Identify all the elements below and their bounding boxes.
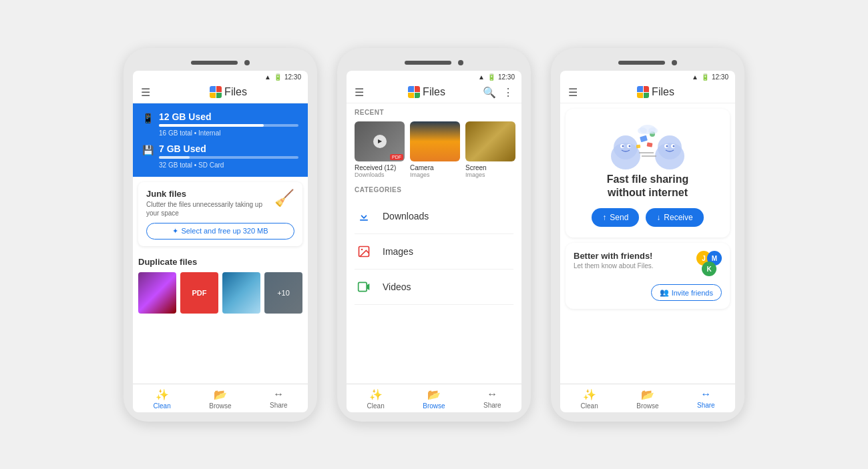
category-images[interactable]: Images bbox=[355, 234, 513, 270]
bottom-nav-2: ✨ Clean 📂 Browse ↔ Share bbox=[347, 384, 521, 412]
recent-item-camera[interactable]: Camera Images bbox=[410, 121, 460, 178]
phone-2-top-bar bbox=[347, 57, 521, 71]
menu-icon-3[interactable]: ☰ bbox=[568, 86, 578, 99]
nav-share-1[interactable]: ↔ Share bbox=[250, 388, 308, 410]
nav-clean-3[interactable]: ✨ Clean bbox=[560, 388, 618, 410]
clean-label-2: Clean bbox=[367, 402, 385, 410]
battery-icon-3: 🔋 bbox=[701, 73, 709, 81]
category-downloads[interactable]: Downloads bbox=[355, 199, 513, 234]
junk-text: Junk files Clutter the files unnecessari… bbox=[146, 189, 274, 217]
category-videos[interactable]: Videos bbox=[355, 270, 513, 305]
clean-icon-1: ✨ bbox=[156, 388, 169, 401]
browse-icon-2: 📂 bbox=[427, 388, 441, 401]
app-header-3: ☰ Files bbox=[560, 82, 735, 103]
nav-clean-1[interactable]: ✨ Clean bbox=[133, 388, 191, 410]
junk-title: Junk files bbox=[146, 189, 274, 199]
screen-thumb-img bbox=[465, 121, 515, 161]
sd-storage-detail: 32 GB total • SD Card bbox=[159, 161, 298, 169]
categories-section: CATEGORIES Downloads Images bbox=[347, 183, 521, 308]
screen-thumb bbox=[465, 121, 515, 161]
phone-3-speaker bbox=[618, 61, 665, 65]
search-icon[interactable]: 🔍 bbox=[483, 86, 496, 99]
thumb-grapes bbox=[138, 272, 176, 314]
invite-label: Invite friends bbox=[672, 289, 713, 297]
friends-title: Better with friends! bbox=[574, 251, 688, 261]
pdf-badge: PDF bbox=[390, 154, 403, 160]
battery-icon-2: 🔋 bbox=[487, 73, 495, 81]
phone-2-camera bbox=[458, 60, 463, 65]
more-icon[interactable]: ⋮ bbox=[503, 86, 513, 99]
app-logo-2: Files bbox=[371, 86, 483, 98]
app-title-1: Files bbox=[224, 86, 247, 98]
logo-yellow bbox=[210, 93, 216, 99]
screen-sub: Images bbox=[465, 171, 515, 178]
browse-label-1: Browse bbox=[209, 402, 231, 410]
duplicate-title: Duplicate files bbox=[138, 257, 302, 267]
logo-green-3 bbox=[644, 93, 650, 99]
internal-storage-title: 12 GB Used bbox=[159, 111, 298, 122]
recent-item-screen[interactable]: Screen Images bbox=[465, 121, 515, 178]
free-up-icon: ✦ bbox=[172, 227, 178, 236]
received-thumb: ▶ PDF bbox=[355, 121, 405, 161]
send-button[interactable]: ↑ Send bbox=[592, 208, 639, 227]
invite-friends-button[interactable]: 👥 Invite friends bbox=[651, 284, 722, 301]
ghosts-svg bbox=[604, 119, 691, 173]
svg-point-22 bbox=[638, 127, 647, 134]
internal-storage-info: 12 GB Used 16 GB total • Internal bbox=[159, 111, 298, 137]
svg-point-23 bbox=[648, 127, 658, 134]
avatar-green: K bbox=[702, 262, 716, 276]
app-title-2: Files bbox=[423, 86, 445, 98]
free-up-button[interactable]: ✦ Select and free up 320 MB bbox=[146, 223, 294, 240]
phone-storage-icon: 📱 bbox=[142, 113, 154, 123]
pdf-img: PDF bbox=[180, 272, 218, 314]
files-logo-3 bbox=[637, 86, 649, 98]
logo-blue-2 bbox=[408, 86, 414, 92]
nav-browse-1[interactable]: 📂 Browse bbox=[191, 388, 249, 410]
friends-desc: Let them know about Files. bbox=[574, 262, 688, 270]
categories-label: CATEGORIES bbox=[355, 186, 513, 193]
status-bar-3: ▲ 🔋 12:30 bbox=[560, 71, 735, 82]
nav-browse-2[interactable]: 📂 Browse bbox=[405, 388, 463, 410]
svg-rect-15 bbox=[640, 135, 648, 141]
signal-icon-3: ▲ bbox=[692, 73, 698, 81]
logo-green-2 bbox=[415, 93, 421, 99]
play-button: ▶ bbox=[373, 135, 387, 148]
menu-icon-2[interactable]: ☰ bbox=[355, 86, 364, 99]
phone-1-top-bar bbox=[133, 57, 308, 71]
camera-thumb-img bbox=[410, 121, 460, 161]
status-bar-2: ▲ 🔋 12:30 bbox=[347, 71, 521, 82]
phone-3-screen: ▲ 🔋 12:30 ☰ Files bbox=[560, 71, 735, 412]
friends-info: Better with friends! Let them know about… bbox=[574, 251, 688, 270]
app-header-2: ☰ Files 🔍 ⋮ bbox=[347, 82, 521, 103]
thumb-pdf: PDF bbox=[180, 272, 218, 314]
time-display-1: 12:30 bbox=[284, 73, 301, 81]
share-label-2: Share bbox=[483, 402, 501, 409]
browse-icon-1: 📂 bbox=[214, 388, 227, 401]
friends-header: Better with friends! Let them know about… bbox=[574, 251, 722, 278]
app-logo-3: Files bbox=[584, 86, 727, 98]
phone-2-speaker bbox=[405, 61, 451, 65]
browse-icon-3: 📂 bbox=[641, 388, 654, 401]
receive-icon: ↓ bbox=[656, 213, 660, 222]
nav-share-3[interactable]: ↔ Share bbox=[677, 388, 735, 410]
internal-storage-detail: 16 GB total • Internal bbox=[159, 129, 298, 137]
junk-card: Junk files Clutter the files unnecessari… bbox=[138, 182, 302, 246]
menu-icon-1[interactable]: ☰ bbox=[141, 86, 150, 99]
thumb-blue: +10 bbox=[264, 272, 302, 314]
nav-browse-3[interactable]: 📂 Browse bbox=[618, 388, 676, 410]
svg-point-10 bbox=[658, 135, 682, 159]
received-sub: Downloads bbox=[355, 171, 405, 178]
nav-clean-2[interactable]: ✨ Clean bbox=[347, 388, 405, 410]
phone-speaker bbox=[191, 61, 238, 65]
receive-button[interactable]: ↓ Receive bbox=[646, 208, 703, 227]
sd-bar-fill bbox=[159, 156, 190, 159]
phone-1-screen: ▲ 🔋 12:30 ☰ Files � bbox=[133, 71, 308, 412]
recent-items-list: ▶ PDF Received (12) Downloads Camera Ima… bbox=[355, 121, 513, 178]
recent-item-received[interactable]: ▶ PDF Received (12) Downloads bbox=[355, 121, 405, 178]
camera-thumb bbox=[410, 121, 460, 161]
sharing-illustration bbox=[604, 119, 691, 173]
send-icon: ↑ bbox=[602, 213, 606, 222]
friends-avatars: J M K bbox=[688, 251, 722, 278]
nav-share-2[interactable]: ↔ Share bbox=[463, 388, 521, 410]
clean-label-3: Clean bbox=[581, 402, 598, 410]
